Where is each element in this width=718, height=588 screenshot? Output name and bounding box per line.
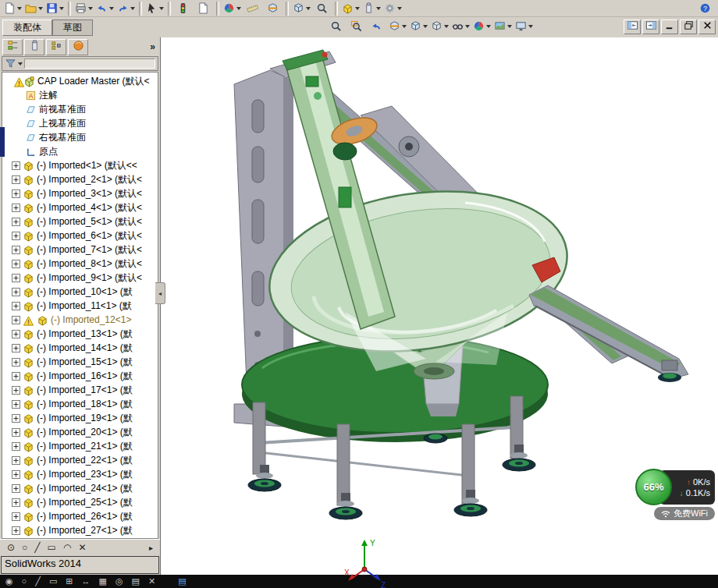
model-track[interactable]	[529, 285, 688, 382]
tree-item[interactable]: (-) Imported_11<1> (默	[2, 299, 158, 313]
expand-icon[interactable]	[12, 470, 20, 479]
tree-item[interactable]: (-) Imported_3<1> (默认<	[2, 186, 158, 200]
layers-tool-button[interactable]: ▤	[132, 577, 140, 586]
measure-button[interactable]	[243, 1, 263, 16]
expand-icon[interactable]	[12, 302, 20, 310]
tree-item[interactable]: (-) Imported_4<1> (默认<	[2, 200, 158, 214]
expand-icon[interactable]	[12, 190, 20, 198]
expand-icon[interactable]	[12, 218, 20, 226]
expand-icon[interactable]	[12, 442, 20, 451]
rebuild-button[interactable]	[173, 1, 194, 16]
graphics-viewport[interactable]: Y X Z	[161, 37, 718, 575]
new-button[interactable]	[2, 1, 23, 16]
zoom-fit-button[interactable]	[326, 19, 347, 34]
tree-item[interactable]: (-) Imported_27<1> (默	[2, 523, 158, 537]
expand-icon[interactable]	[12, 316, 20, 324]
expand-icon[interactable]	[12, 414, 20, 423]
redo-button[interactable]	[116, 1, 137, 16]
open-button[interactable]	[23, 1, 44, 16]
circle-tool-button[interactable]: ○	[22, 542, 27, 553]
tree-item[interactable]: (-) Imported_24<1> (默	[2, 481, 158, 495]
line-tool-button[interactable]: ╱	[35, 577, 41, 586]
tree-item[interactable]: (-) Imported_2<1> (默认<	[2, 172, 158, 186]
zoom-to-fit-button[interactable]	[312, 1, 332, 16]
tree-item[interactable]: (-) Imported_6<1> (默认<	[2, 228, 158, 243]
expand-icon[interactable]	[12, 400, 20, 409]
model-feet[interactable]	[248, 434, 535, 519]
view-settings-button[interactable]	[514, 19, 535, 34]
expand-icon[interactable]	[12, 274, 20, 282]
expand-icon[interactable]	[12, 344, 20, 352]
target-tool-button[interactable]: ◎	[116, 577, 123, 586]
hide-show-items-button[interactable]	[450, 19, 471, 34]
dropdown-caret-icon[interactable]	[18, 62, 23, 66]
expand-icon[interactable]	[12, 386, 20, 395]
rectangle-tool-button[interactable]: ▭	[48, 542, 56, 553]
panel-overflow-chevron[interactable]: »	[150, 41, 158, 52]
previous-view-button[interactable]	[367, 19, 387, 34]
edit-appearance-button[interactable]	[222, 1, 243, 16]
tree-item[interactable]: (-) Imported<1> (默认<<	[2, 158, 158, 172]
document-tool-button[interactable]: ▤	[178, 577, 186, 586]
expand-icon[interactable]	[12, 288, 20, 296]
line-tool-button[interactable]: ╱	[34, 542, 40, 553]
tree-item[interactable]: (-) Imported_21<1> (默	[2, 439, 158, 453]
tree-item[interactable]: (-) Imported_8<1> (默认<	[2, 257, 158, 271]
tree-item[interactable]: (-) Imported_18<1> (默	[2, 397, 158, 411]
expand-icon[interactable]	[12, 526, 20, 535]
tree-item[interactable]: (-) Imported_16<1> (默	[2, 369, 158, 383]
expand-icon[interactable]	[12, 232, 20, 240]
grid-tool-button[interactable]: ⊞	[66, 577, 73, 586]
fill-tool-button[interactable]: ▦	[99, 577, 107, 586]
more-tools-arrow[interactable]: ▸	[149, 544, 153, 552]
view-orientation-button[interactable]	[291, 1, 312, 16]
circle-tool-button[interactable]: ○	[22, 577, 27, 586]
filter-input[interactable]	[24, 58, 155, 69]
expand-icon[interactable]	[12, 204, 20, 212]
tree-item[interactable]: (-) Imported_26<1> (默	[2, 509, 158, 523]
expand-icon[interactable]	[12, 428, 20, 437]
close-window-button[interactable]	[698, 19, 716, 34]
expand-icon[interactable]	[12, 484, 20, 493]
rectangle-tool-button[interactable]: ▭	[49, 577, 57, 586]
expand-icon[interactable]	[12, 358, 20, 367]
save-button[interactable]	[44, 1, 66, 16]
free-wifi-button[interactable]: 免费WiFi	[654, 507, 715, 520]
tree-item[interactable]: (-) Imported_20<1> (默	[2, 425, 158, 439]
stretch-tool-button[interactable]: ↔	[82, 577, 91, 586]
tab-sketch[interactable]: 草图	[52, 19, 93, 36]
tree-item[interactable]: (-) Imported_22<1> (默	[2, 453, 158, 467]
expand-icon[interactable]	[12, 330, 20, 338]
display-style-button[interactable]	[429, 19, 450, 34]
featuremanager-tab[interactable]	[2, 39, 23, 55]
tree-item[interactable]: (-) Imported_23<1> (默	[2, 467, 158, 481]
tree-item[interactable]: 原点	[2, 144, 158, 158]
mate-button[interactable]	[361, 1, 382, 16]
tree-item[interactable]: (-) Imported_19<1> (默	[2, 411, 158, 425]
expand-right-pane-button[interactable]	[642, 19, 659, 34]
tree-item[interactable]: A注解	[2, 88, 158, 102]
tree-item[interactable]: (-) Imported_13<1> (默	[2, 327, 158, 341]
apply-scene-button[interactable]	[492, 19, 514, 34]
net-speed-ball[interactable]: 66%	[635, 469, 672, 505]
select-button[interactable]	[144, 1, 165, 16]
undo-button[interactable]	[94, 1, 116, 16]
tree-item[interactable]: (-) Imported_7<1> (默认<	[2, 243, 158, 257]
configurationmanager-tab[interactable]	[46, 39, 66, 55]
tree-item[interactable]: (-) Imported_10<1> (默	[2, 285, 158, 299]
tree-item[interactable]: 上视基准面	[2, 116, 158, 130]
expand-icon[interactable]	[12, 498, 20, 507]
erase-tool-button[interactable]: ✕	[78, 542, 86, 553]
tree-item[interactable]: (-) Imported_14<1> (默	[2, 341, 158, 355]
expand-icon[interactable]	[12, 260, 20, 268]
edit-appearance-button[interactable]	[471, 19, 492, 34]
propertymanager-tab[interactable]	[24, 39, 44, 55]
filter-funnel-icon[interactable]	[5, 58, 16, 69]
expand-icon[interactable]	[12, 175, 20, 184]
section-view-button[interactable]	[263, 1, 283, 16]
panel-collapse-handle[interactable]: ◂	[155, 282, 165, 304]
arc-tool-button[interactable]: ◠	[63, 542, 71, 553]
model-canvas[interactable]	[161, 37, 718, 575]
tree-item[interactable]: (-) Imported_17<1> (默	[2, 383, 158, 397]
point-tool-button[interactable]: ⊙	[7, 542, 15, 553]
